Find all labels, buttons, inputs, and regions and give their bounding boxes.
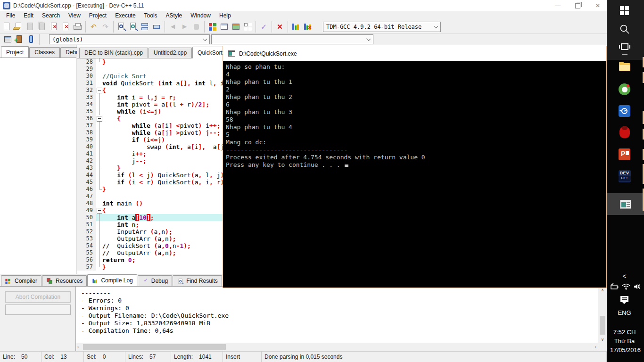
compile-run-button[interactable] (230, 21, 242, 33)
rebuild-all-button[interactable] (242, 21, 254, 33)
goto-line-button[interactable] (151, 21, 163, 33)
bottom-tab-resources[interactable]: Resources (42, 275, 87, 286)
speaker-icon[interactable] (633, 283, 642, 290)
log-line: -------- (81, 289, 598, 297)
fold-toggle-icon[interactable] (96, 207, 102, 214)
compiler-dropdown[interactable]: TDM-GCC 4.9.2 64-bit Release (323, 22, 441, 32)
editor-tab-dec-to-bin-stack-cpp[interactable]: DEC to BIN (stack).cpp (79, 48, 148, 58)
add-bookmark-button[interactable]: + (14, 33, 25, 46)
task-view-button[interactable] (607, 43, 642, 50)
undo-button[interactable]: ↶ (88, 21, 99, 33)
action-center-button[interactable] (607, 296, 642, 302)
abort-compilation-button[interactable]: Abort Compilation (5, 291, 71, 303)
scroll-left-icon[interactable]: ‹ (77, 345, 79, 349)
taskbar-item-coccoc-browser[interactable] (607, 83, 642, 95)
save-button[interactable] (25, 21, 36, 33)
tray-expand-button[interactable]: < (607, 272, 642, 280)
menu-item-search[interactable]: Search (38, 11, 64, 20)
language-indicator[interactable]: ENG (607, 309, 642, 316)
members-dropdown[interactable] (211, 34, 373, 44)
fold-guide (96, 129, 102, 136)
horizontal-scrollbar[interactable]: ‹ › (76, 343, 598, 351)
menu-item-file[interactable]: File (2, 11, 19, 20)
syntax-check-button[interactable]: ✓ (258, 21, 270, 33)
taskbar-item-file-explorer[interactable] (607, 63, 642, 71)
menu-item-window[interactable]: Window (186, 11, 215, 20)
vertical-scrollbar[interactable]: ∧ ∨ (598, 287, 607, 343)
taskbar-item-powerpoint[interactable] (607, 148, 642, 160)
close-button[interactable]: ✕ (593, 0, 603, 11)
taskbar-item-console-app-active[interactable] (607, 193, 644, 215)
console-titlebar[interactable]: D:\Code\QuickSort.exe (223, 46, 606, 61)
open-file-button[interactable] (13, 21, 25, 33)
find-button[interactable] (116, 21, 127, 33)
minimize-button[interactable]: — (553, 0, 563, 11)
scroll-up-icon[interactable]: ∧ (598, 288, 607, 292)
console-output[interactable]: Nhap so phan tu:4Nhap phan tu thu 12Nhap… (223, 61, 606, 288)
fold-toggle-icon[interactable] (96, 87, 102, 94)
close-all-button[interactable]: ✕ (60, 21, 72, 33)
replace-button[interactable] (139, 21, 151, 33)
find-in-files-button[interactable] (127, 21, 139, 33)
new-file-button[interactable] (1, 21, 13, 33)
search-button[interactable] (607, 24, 642, 35)
scroll-right-icon[interactable]: › (595, 345, 596, 349)
taskbar-item-dev-cpp[interactable]: DEVC++ (607, 170, 642, 182)
forward-button[interactable]: ▶ (179, 21, 190, 33)
profile-button[interactable] (290, 21, 302, 33)
toolbar-separator (256, 21, 256, 33)
fold-toggle-icon[interactable] (96, 115, 102, 122)
bottom-tab-debug[interactable]: ✓Debug (138, 275, 172, 286)
panel-tab-project[interactable]: Project (1, 46, 29, 58)
battery-icon[interactable] (610, 283, 619, 290)
console-window-icon (620, 200, 631, 209)
menu-item-project[interactable]: Project (85, 11, 111, 20)
scrollbar-thumb[interactable] (83, 344, 226, 350)
wifi-icon[interactable] (621, 283, 631, 290)
bottom-tab-find-results[interactable]: Find Results (173, 275, 222, 286)
insert-snippet-button[interactable] (2, 33, 14, 46)
console-window[interactable]: D:\Code\QuickSort.exe Nhap so phan tu:4N… (223, 46, 607, 288)
goto-bookmark-button[interactable] (25, 33, 37, 46)
menu-item-astyle[interactable]: AStyle (162, 11, 187, 20)
project-tree[interactable] (0, 58, 76, 274)
line-number: 29 (77, 66, 96, 73)
fold-guide (96, 108, 102, 115)
fold-guide (96, 165, 102, 172)
line-number: 34 (77, 101, 96, 108)
menu-item-tools[interactable]: Tools (140, 11, 162, 20)
clock-time[interactable]: 7:52 CH (607, 329, 642, 336)
fold-guide (96, 214, 102, 221)
menu-item-execute[interactable]: Execute (111, 11, 140, 20)
compile-button[interactable] (206, 21, 218, 33)
menu-item-edit[interactable]: Edit (19, 11, 38, 20)
scroll-down-icon[interactable]: ∨ (598, 337, 607, 342)
menu-item-help[interactable]: Help (215, 11, 235, 20)
back-button[interactable]: ◀ (167, 21, 179, 33)
globals-dropdown[interactable]: (globals) (49, 34, 210, 44)
scrollbar-thumb[interactable] (600, 316, 605, 335)
print-button[interactable] (72, 21, 83, 33)
restore-button[interactable] (575, 3, 580, 8)
editor-tab-untitled2-cpp[interactable]: Untitled2.cpp (149, 48, 192, 58)
wallpaper-sliver (643, 57, 644, 67)
history-button[interactable] (190, 21, 202, 33)
compile-log-output[interactable]: --------- Errors: 0- Warnings: 0- Output… (76, 287, 598, 343)
redo-button[interactable]: ↷ (99, 21, 111, 33)
start-button[interactable] (607, 6, 642, 15)
clock-date[interactable]: 17/05/2016 (607, 346, 644, 354)
bottom-tab-compiler[interactable]: Compiler (1, 275, 41, 286)
menu-item-view[interactable]: View (64, 11, 85, 20)
delete-profile-button[interactable]: ✕ (302, 21, 314, 33)
taskbar-item-teamviewer[interactable] (607, 105, 642, 117)
titlebar[interactable]: D:\Code\QuickSort.cpp - [Executing] - De… (0, 0, 607, 11)
abort-compile-button[interactable]: ✕ (274, 21, 286, 33)
fold-guide (96, 200, 102, 207)
close-file-button[interactable]: ✕ (48, 21, 60, 33)
clock-weekday[interactable]: Thứ Ba (607, 337, 642, 345)
taskbar-item-security-app[interactable] (607, 127, 642, 138)
panel-tab-classes[interactable]: Classes (29, 47, 60, 58)
bottom-tab-compile-log[interactable]: Compile Log (87, 274, 137, 286)
run-button[interactable] (218, 21, 230, 33)
save-all-button[interactable] (36, 21, 48, 33)
